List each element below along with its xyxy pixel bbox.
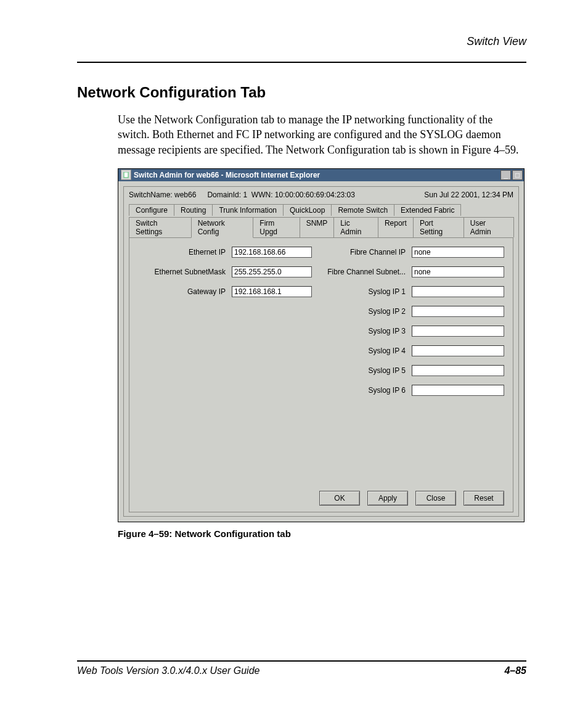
screenshot-figure: Switch Admin for web66 - Microsoft Inter…	[118, 168, 525, 522]
intro-paragraph: Use the Network Configuration tab to man…	[118, 112, 526, 157]
input-fc-ip[interactable]	[412, 247, 504, 258]
footer-left: Web Tools Version 3.0.x/4.0.x User Guide	[77, 665, 259, 676]
apply-button[interactable]: Apply	[367, 491, 408, 506]
page-heading: Network Configuration Tab	[77, 84, 526, 101]
input-syslog2[interactable]	[412, 306, 504, 317]
tab-row-2: Switch Settings Network Config Firm Upgd…	[129, 216, 513, 237]
tab-lic-admin[interactable]: Lic Admin	[333, 217, 378, 237]
label-ethernet-subnet: Ethernet SubnetMask	[138, 268, 226, 276]
input-syslog6[interactable]	[412, 385, 504, 396]
minimize-button[interactable]: _	[500, 170, 511, 180]
status-line: SwitchName: web66 DomainId: 1 WWN: 10:00…	[129, 191, 513, 199]
input-ethernet-subnet[interactable]	[232, 266, 312, 277]
tab-report[interactable]: Report	[378, 217, 414, 237]
input-syslog1[interactable]	[412, 286, 504, 297]
tab-strip: Configure Routing Trunk Information Quic…	[129, 203, 513, 237]
tab-configure[interactable]: Configure	[129, 204, 174, 216]
close-button[interactable]: Close	[415, 491, 456, 506]
switch-name: SwitchName: web66	[129, 191, 196, 199]
label-syslog4: Syslog IP 4	[318, 347, 406, 355]
tab-quickloop[interactable]: QuickLoop	[283, 204, 332, 216]
page: Switch View Network Configuration Tab Us…	[0, 0, 588, 706]
svg-rect-0	[124, 172, 128, 178]
tab-routing[interactable]: Routing	[174, 204, 213, 216]
input-syslog5[interactable]	[412, 365, 504, 376]
footer-rule	[77, 660, 526, 662]
label-fc-ip: Fibre Channel IP	[318, 248, 406, 257]
ok-button[interactable]: OK	[319, 491, 360, 506]
button-row: OK Apply Close Reset	[319, 491, 504, 506]
tab-port-setting[interactable]: Port Setting	[413, 217, 464, 237]
label-syslog1: Syslog IP 1	[318, 287, 406, 296]
input-syslog3[interactable]	[412, 326, 504, 337]
label-gateway-ip: Gateway IP	[138, 287, 226, 296]
header-rule	[77, 62, 526, 63]
main-panel: SwitchName: web66 DomainId: 1 WWN: 10:00…	[123, 186, 519, 517]
input-syslog4[interactable]	[412, 345, 504, 356]
window-body: SwitchName: web66 DomainId: 1 WWN: 10:00…	[118, 181, 524, 522]
form-grid: Ethernet IP Fibre Channel IP Ethernet Su…	[138, 247, 504, 396]
app-window: Switch Admin for web66 - Microsoft Inter…	[118, 168, 525, 522]
footer-right: 4–85	[504, 665, 526, 676]
datetime: Sun Jul 22 2001, 12:34 PM	[424, 191, 513, 199]
label-syslog5: Syslog IP 5	[318, 366, 406, 375]
reset-button[interactable]: Reset	[463, 491, 504, 506]
window-title: Switch Admin for web66 - Microsoft Inter…	[134, 171, 499, 179]
maximize-button[interactable]: □	[512, 170, 523, 180]
titlebar: Switch Admin for web66 - Microsoft Inter…	[118, 169, 524, 181]
tab-extended-fabric[interactable]: Extended Fabric	[394, 204, 461, 216]
tab-firm-upgd[interactable]: Firm Upgd	[253, 217, 300, 237]
ie-page-icon	[121, 170, 131, 180]
label-syslog3: Syslog IP 3	[318, 327, 406, 335]
tab-switch-settings[interactable]: Switch Settings	[129, 217, 192, 237]
label-syslog2: Syslog IP 2	[318, 307, 406, 316]
input-gateway-ip[interactable]	[232, 286, 312, 297]
tab-snmp[interactable]: SNMP	[300, 217, 335, 237]
tab-trunk-information[interactable]: Trunk Information	[212, 204, 284, 216]
tab-row-1: Configure Routing Trunk Information Quic…	[129, 203, 513, 216]
tab-user-admin[interactable]: User Admin	[463, 217, 514, 237]
tab-network-config[interactable]: Network Config	[191, 217, 254, 238]
tab-content: Ethernet IP Fibre Channel IP Ethernet Su…	[129, 237, 513, 512]
label-ethernet-ip: Ethernet IP	[138, 248, 226, 257]
window-system-buttons: _ □	[499, 170, 523, 180]
section-header: Switch View	[77, 35, 526, 48]
label-fc-subnet: Fibre Channel Subnet...	[318, 268, 406, 276]
input-ethernet-ip[interactable]	[232, 247, 312, 258]
page-footer: Web Tools Version 3.0.x/4.0.x User Guide…	[77, 660, 526, 676]
domain-wwn: DomainId: 1 WWN: 10:00:00:60:69:04:23:03	[207, 191, 355, 199]
figure-caption: Figure 4–59: Network Configuration tab	[118, 528, 526, 539]
label-syslog6: Syslog IP 6	[318, 386, 406, 395]
tab-remote-switch[interactable]: Remote Switch	[331, 204, 394, 216]
input-fc-subnet[interactable]	[412, 266, 504, 277]
